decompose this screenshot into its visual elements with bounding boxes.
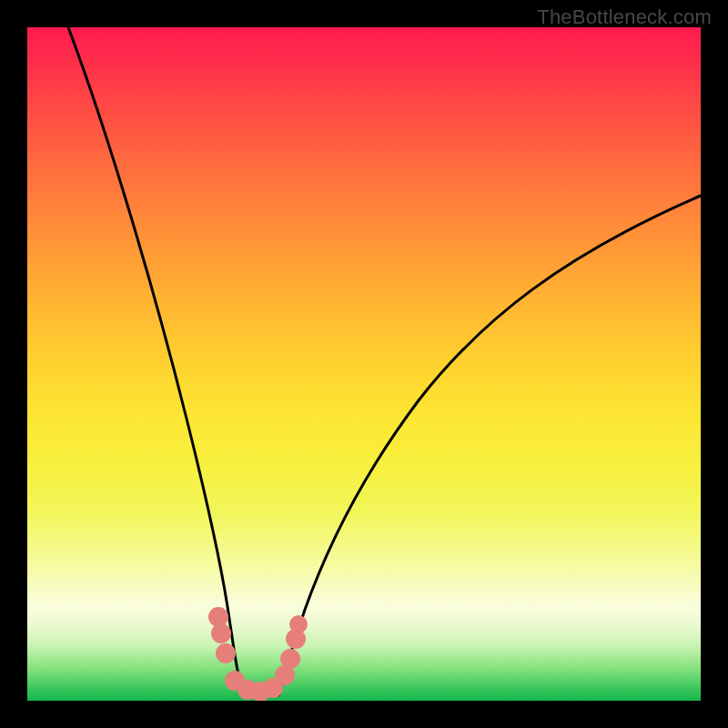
svg-point-2: [216, 643, 236, 663]
chart-plot-area: [27, 27, 701, 701]
watermark-text: TheBottleneck.com: [537, 5, 712, 29]
right-curve-path: [278, 196, 701, 696]
left-curve-path: [68, 27, 244, 696]
marker-cluster: [208, 607, 308, 701]
svg-point-10: [289, 615, 308, 633]
chart-svg: [27, 27, 701, 701]
svg-point-1: [211, 623, 231, 643]
svg-point-8: [280, 649, 300, 669]
